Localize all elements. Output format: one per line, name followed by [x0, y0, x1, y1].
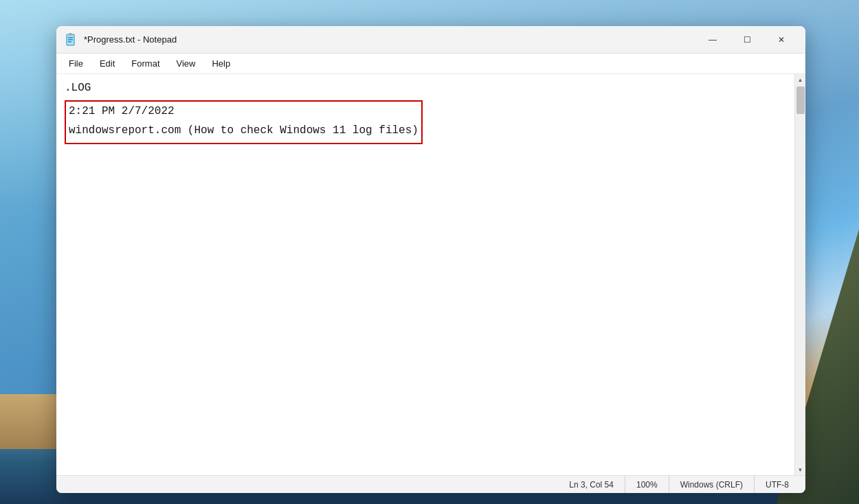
title-bar: *Progress.txt - Notepad — ☐ ✕ [56, 26, 805, 54]
svg-rect-3 [68, 39, 73, 41]
menu-view[interactable]: View [170, 56, 203, 71]
minimize-button[interactable]: — [697, 29, 728, 51]
cursor-position: Ln 3, Col 54 [558, 476, 625, 493]
menu-bar: File Edit Format View Help [56, 54, 805, 74]
zoom-level: 100% [625, 476, 669, 493]
maximize-button[interactable]: ☐ [731, 29, 763, 51]
menu-edit[interactable]: Edit [93, 56, 122, 71]
encoding: UTF-8 [754, 476, 800, 493]
menu-file[interactable]: File [62, 56, 90, 71]
scroll-up-arrow[interactable]: ▲ [795, 74, 806, 85]
highlighted-content: 2:21 PM 2/7/2022 windowsreport.com (How … [65, 100, 423, 144]
url-line: windowsreport.com (How to check Windows … [69, 122, 419, 139]
menu-format[interactable]: Format [124, 56, 166, 71]
scrollbar[interactable]: ▲ ▼ [794, 74, 805, 475]
window-controls: — ☐ ✕ [697, 29, 797, 51]
notepad-window: *Progress.txt - Notepad — ☐ ✕ File Edit … [56, 26, 805, 493]
svg-rect-4 [68, 41, 71, 43]
desktop: *Progress.txt - Notepad — ☐ ✕ File Edit … [0, 0, 859, 504]
status-bar: Ln 3, Col 54 100% Windows (CRLF) UTF-8 [56, 475, 805, 493]
svg-rect-2 [68, 37, 73, 38]
notepad-app-icon [65, 33, 78, 47]
text-editor[interactable]: .LOG 2:21 PM 2/7/2022 windowsreport.com … [56, 74, 794, 475]
window-title: *Progress.txt - Notepad [84, 34, 177, 45]
close-button[interactable]: ✕ [766, 29, 797, 51]
scrollbar-thumb[interactable] [796, 87, 805, 114]
line-ending: Windows (CRLF) [669, 476, 754, 493]
menu-help[interactable]: Help [205, 56, 237, 71]
svg-rect-5 [69, 33, 71, 36]
log-directive-line: .LOG [65, 80, 786, 96]
content-area: .LOG 2:21 PM 2/7/2022 windowsreport.com … [56, 74, 805, 475]
timestamp-line: 2:21 PM 2/7/2022 [69, 103, 419, 119]
scroll-down-arrow[interactable]: ▼ [795, 464, 806, 475]
title-bar-left: *Progress.txt - Notepad [65, 33, 177, 47]
